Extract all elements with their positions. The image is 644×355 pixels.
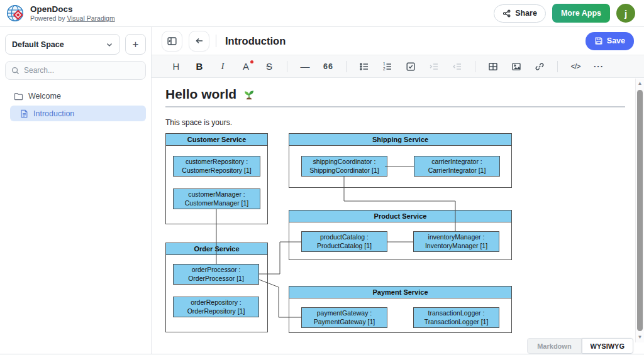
folder-icon — [14, 92, 23, 101]
divider — [287, 61, 287, 72]
svg-text:2: 2 — [383, 67, 386, 71]
scrollbar-up-icon[interactable]: ▲ — [638, 79, 643, 89]
panel-toggle-icon — [167, 36, 177, 46]
indent-icon[interactable] — [428, 62, 440, 72]
task-list-icon[interactable] — [405, 62, 416, 72]
service-title: Shipping Service — [289, 134, 511, 146]
service-title: Payment Service — [289, 287, 511, 298]
powered-by: Powered by Visual Paradigm — [30, 14, 115, 22]
search-icon — [11, 67, 19, 75]
app-title: OpenDocs — [30, 4, 115, 14]
service-title: Customer Service — [166, 134, 267, 146]
part-product-catalog: productCatalog : ProductCatalog [1] — [301, 231, 387, 252]
blockquote-icon[interactable]: 66 — [323, 62, 334, 71]
image-icon[interactable] — [511, 62, 522, 72]
tree-item-label: Welcome — [28, 92, 61, 101]
more-tools-icon[interactable]: ··· — [593, 62, 604, 71]
opendocs-logo-icon — [6, 4, 25, 23]
page-title: Introduction — [225, 35, 286, 47]
search-input[interactable] — [24, 66, 140, 75]
intro-paragraph: This space is yours. — [165, 118, 625, 127]
share-icon — [502, 9, 511, 18]
sidebar-item-welcome[interactable]: Welcome — [5, 89, 146, 104]
service-box-customer: Customer Service — [165, 133, 268, 224]
service-title: Product Service — [289, 210, 511, 222]
component-diagram[interactable]: Customer Service customerRepository : Cu… — [165, 133, 518, 336]
link-icon[interactable] — [534, 62, 545, 72]
save-icon — [594, 36, 603, 45]
bold-icon[interactable]: B — [194, 61, 205, 72]
markdown-mode-button[interactable]: Markdown — [527, 338, 581, 354]
part-carrier-integrator: carrierIntegrator : CarrierIntegrator [1… — [414, 156, 500, 177]
numbered-list-icon[interactable]: 12 — [382, 62, 393, 72]
document-icon — [20, 109, 28, 118]
seedling-emoji — [242, 87, 256, 101]
doc-header: Introduction Save — [152, 27, 644, 55]
sidebar-toggle-button[interactable] — [162, 31, 182, 52]
table-icon[interactable] — [487, 62, 499, 72]
part-transaction-logger: transactionLogger : TransactionLogger [1… — [413, 307, 499, 328]
tree-item-label: Introduction — [33, 109, 74, 118]
strikethrough-icon[interactable]: S — [264, 61, 275, 72]
wysiwyg-mode-button[interactable]: WYSIWYG — [582, 338, 633, 354]
add-space-button[interactable]: + — [125, 34, 146, 55]
divider — [475, 61, 475, 72]
part-customer-manager: customerManager : CustomerManager [1] — [173, 188, 260, 209]
service-box-order: Order Service — [165, 243, 268, 332]
code-block-icon[interactable]: </> — [570, 62, 581, 71]
chevron-down-icon — [106, 41, 113, 48]
outdent-icon[interactable] — [452, 62, 463, 72]
sidebar-item-introduction[interactable]: Introduction — [10, 106, 146, 121]
more-apps-button[interactable]: More Apps — [552, 4, 610, 23]
heading-rule — [165, 106, 625, 107]
doc-heading: Hello world — [165, 87, 236, 102]
scrollbar-thumb[interactable] — [637, 90, 643, 331]
scrollbar-down-icon[interactable]: ▼ — [638, 332, 643, 342]
format-toolbar: H B I A S — 66 12 — [152, 55, 644, 78]
part-payment-gateway: paymentGateway : PaymentGateway [1] — [301, 307, 387, 328]
editor-mode-toggle: Markdown WYSIWYG — [527, 338, 633, 354]
heading-icon[interactable]: H — [170, 61, 182, 72]
search-box[interactable] — [5, 61, 146, 80]
back-arrow-icon — [194, 36, 204, 46]
vertical-scrollbar[interactable]: ▲ ▼ — [635, 79, 644, 342]
sidebar: Default Space + Welcome Introduction — [0, 27, 152, 354]
service-title: Order Service — [166, 243, 267, 255]
bullet-list-icon[interactable] — [358, 62, 370, 72]
editor-content[interactable]: Hello world This space is yours. Custome… — [152, 78, 644, 354]
svg-text:1: 1 — [383, 62, 386, 66]
part-inventory-manager: inventoryManager : InventoryManager [1] — [413, 231, 499, 252]
share-button[interactable]: Share — [494, 4, 546, 23]
back-button[interactable] — [189, 31, 209, 52]
part-customer-repository: customerRepository : CustomerRepository … — [173, 156, 260, 177]
part-order-repository: orderRepository : OrderRepository [1] — [173, 297, 259, 317]
divider — [346, 61, 347, 72]
color-dot — [250, 60, 253, 63]
main-panel: Introduction Save H B I A S — 66 12 — [152, 27, 644, 354]
italic-icon[interactable]: I — [217, 61, 228, 72]
divider — [557, 61, 558, 72]
space-selector[interactable]: Default Space — [5, 34, 120, 55]
horizontal-rule-icon[interactable]: — — [299, 61, 311, 72]
brand: OpenDocs Powered by Visual Paradigm — [6, 4, 115, 23]
divider — [216, 35, 216, 47]
part-order-processor: orderProcessor : OrderProcessor [1] — [173, 264, 259, 285]
save-button[interactable]: Save — [586, 32, 634, 50]
part-shipping-coordinator: shippingCoordinator : ShippingCoordinato… — [301, 156, 387, 177]
top-header: OpenDocs Powered by Visual Paradigm Shar… — [0, 0, 644, 27]
font-color-icon[interactable]: A — [240, 61, 252, 72]
avatar[interactable]: j — [616, 4, 635, 23]
visual-paradigm-link[interactable]: Visual Paradigm — [67, 14, 114, 22]
